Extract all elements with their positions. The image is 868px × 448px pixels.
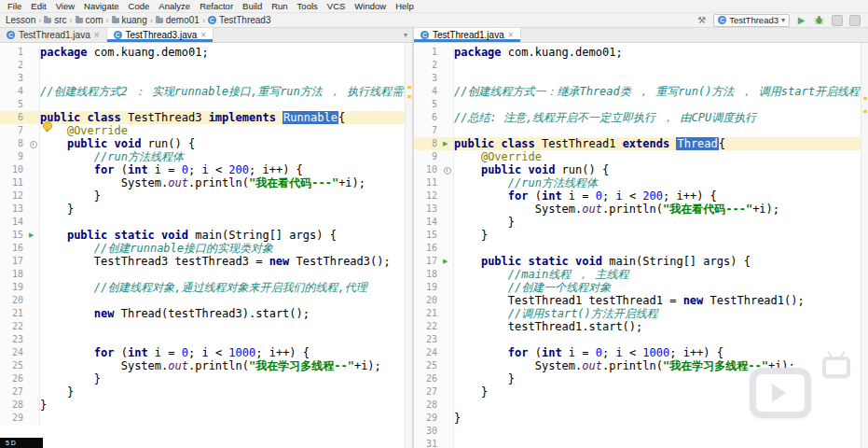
- menu-window[interactable]: Window: [350, 1, 391, 11]
- menu-edit[interactable]: Edit: [26, 1, 50, 11]
- code-line: 23: [0, 333, 412, 346]
- line-number: 1: [0, 46, 27, 59]
- menu-refactor[interactable]: Refactor: [195, 1, 238, 11]
- gutter: [441, 438, 454, 448]
- chevron-right-icon: ›: [202, 16, 205, 25]
- tab-label: TestThread3.java: [126, 30, 198, 40]
- run-button[interactable]: ▶: [795, 14, 807, 26]
- line-number: 25: [0, 359, 27, 372]
- gutter: [27, 255, 40, 268]
- gutter: [27, 346, 40, 359]
- gutter: [27, 163, 40, 176]
- code-line: 10 for (int i = 0; i < 200; i++) {: [0, 163, 412, 176]
- build-hammer-icon[interactable]: ⚒: [696, 14, 708, 26]
- code-line: 31: [414, 438, 868, 448]
- gutter: [441, 372, 454, 385]
- run-gutter-icon[interactable]: ▶: [29, 231, 34, 239]
- chevron-down-icon[interactable]: ▾: [404, 31, 412, 39]
- code-text: [454, 242, 868, 255]
- code-text: [40, 216, 412, 229]
- code-line: 21 new Thread(testThread3).start();: [0, 307, 412, 320]
- editor-tab[interactable]: CTestThread3.java×: [107, 28, 214, 42]
- line-number: 21: [414, 307, 441, 320]
- editor-tab[interactable]: CTestThread1.java×: [0, 28, 107, 42]
- coverage-button[interactable]: [831, 14, 843, 26]
- code-editor-left[interactable]: 1package com.kuang.demo01;234//创建线程方式2 ：…: [0, 43, 412, 448]
- code-line: 4//创建线程方式2 ： 实现runnable接口,重写run方法 ， 执行线程…: [0, 85, 412, 98]
- code-line: 23: [414, 333, 868, 346]
- code-text: //创建线程方式2 ： 实现runnable接口,重写run方法 ， 执行线程需…: [40, 85, 412, 98]
- code-text: package com.kuang.demo01;: [40, 46, 412, 59]
- code-text: [40, 333, 412, 346]
- menu-navigate[interactable]: Navigate: [79, 1, 124, 11]
- gutter: [441, 294, 454, 307]
- menu-code[interactable]: Code: [124, 1, 155, 11]
- breadcrumb-label: demo01: [166, 15, 200, 25]
- gutter: [27, 320, 40, 333]
- close-icon[interactable]: ×: [200, 31, 206, 40]
- breadcrumb-item[interactable]: Lesson: [6, 15, 35, 25]
- breadcrumb-item[interactable]: CTestThread3: [208, 15, 271, 25]
- code-text: testThread1.start();: [454, 320, 868, 333]
- intention-bulb-icon[interactable]: [43, 121, 52, 131]
- line-number: 1: [414, 46, 441, 59]
- code-editor-right[interactable]: 1package com.kuang.demo01;234//创建线程方式一：继…: [414, 43, 868, 448]
- error-stripe-mark[interactable]: [863, 110, 867, 113]
- override-gutter-icon[interactable]: [30, 141, 37, 148]
- error-stripe-mark[interactable]: [863, 97, 867, 100]
- debug-button[interactable]: [813, 14, 825, 26]
- profiler-icon: [849, 15, 861, 26]
- scrollbar-left[interactable]: [405, 43, 412, 448]
- profiler-button[interactable]: [848, 14, 861, 26]
- scrollbar-right[interactable]: [861, 43, 868, 448]
- line-number: 5: [0, 98, 27, 111]
- breadcrumb-item[interactable]: kuang: [112, 15, 147, 25]
- gutter: [27, 385, 40, 399]
- menu-view[interactable]: View: [51, 1, 79, 11]
- menu-bar: FileEditViewNavigateCodeAnalyzeRefactorB…: [0, 0, 868, 13]
- breadcrumb-item[interactable]: src: [44, 15, 66, 25]
- code-text: System.out.println("我在学习多线程--"+i);: [454, 359, 868, 372]
- menu-file[interactable]: File: [3, 1, 26, 11]
- menu-tools[interactable]: Tools: [293, 1, 323, 11]
- line-number: 22: [414, 320, 441, 333]
- editor-tab[interactable]: CTestThread1.java×: [414, 28, 521, 42]
- line-number: 9: [414, 150, 441, 163]
- gutter: [441, 333, 454, 346]
- line-number: 16: [0, 242, 27, 255]
- gutter: [441, 359, 454, 372]
- gutter: [27, 242, 40, 255]
- code-line: 12 for (int i = 0; i < 200; i++) {: [414, 189, 868, 203]
- line-number: 17: [414, 255, 441, 268]
- run-config-select[interactable]: C TestThread3 ▾: [713, 14, 790, 27]
- code-text: @Override: [454, 150, 868, 163]
- close-icon[interactable]: ×: [94, 31, 100, 40]
- code-line: 16: [414, 242, 868, 255]
- override-gutter-icon[interactable]: [444, 167, 451, 175]
- menu-build[interactable]: Build: [238, 1, 267, 11]
- menu-run[interactable]: Run: [267, 1, 292, 11]
- line-number: 17: [0, 255, 27, 268]
- breadcrumb-item[interactable]: com: [76, 15, 103, 25]
- gutter: [441, 346, 454, 359]
- line-number: 19: [414, 281, 441, 294]
- menu-vcs[interactable]: VCS: [323, 1, 351, 11]
- menu-analyze[interactable]: Analyze: [154, 1, 195, 11]
- java-class-icon: C: [208, 16, 216, 24]
- error-stripe-mark[interactable]: [407, 95, 411, 98]
- close-icon[interactable]: ×: [508, 31, 514, 40]
- breadcrumb-item[interactable]: demo01: [156, 15, 200, 25]
- code-line: 22: [0, 320, 412, 333]
- code-line: 13 System.out.println("我在看代码---"+i);: [414, 203, 868, 216]
- gutter: [441, 216, 454, 229]
- error-stripe-mark[interactable]: [407, 86, 411, 89]
- java-class-icon: C: [718, 16, 726, 24]
- code-line: 30: [414, 425, 868, 438]
- code-text: //创建一个线程对象: [454, 281, 868, 294]
- code-text: for (int i = 0; i < 1000; i++) {: [454, 346, 868, 359]
- run-gutter-icon[interactable]: ▶: [443, 258, 448, 265]
- line-number: 18: [0, 268, 27, 281]
- code-text: TestThread3 testThread3 = new TestThread…: [40, 255, 412, 268]
- menu-help[interactable]: Help: [391, 1, 419, 11]
- run-gutter-icon[interactable]: ▶: [443, 140, 448, 147]
